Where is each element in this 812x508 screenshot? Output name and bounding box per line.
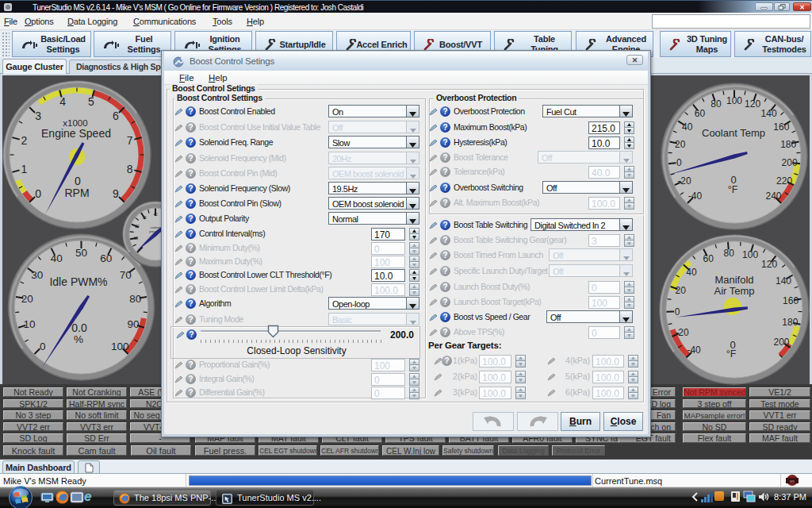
svg-text:0: 0 <box>675 306 680 318</box>
svg-text:9: 9 <box>113 187 119 200</box>
svg-text:-20: -20 <box>677 175 691 187</box>
svg-text:0: 0 <box>676 157 682 168</box>
svg-text:7: 7 <box>127 134 133 147</box>
svg-text:20: 20 <box>135 225 140 229</box>
svg-text:220: 220 <box>776 175 792 187</box>
svg-text:120: 120 <box>745 98 760 110</box>
svg-text:0: 0 <box>40 341 46 352</box>
svg-text:80: 80 <box>129 293 141 305</box>
svg-text:160: 160 <box>783 295 799 306</box>
svg-text:-40: -40 <box>688 190 703 202</box>
svg-text:200: 200 <box>782 157 798 168</box>
svg-text:3: 3 <box>35 110 41 122</box>
svg-text:-20: -20 <box>675 327 689 338</box>
svg-text:Manifold: Manifold <box>714 274 753 286</box>
svg-text:100: 100 <box>111 341 129 352</box>
svg-text:°F: °F <box>726 348 737 360</box>
svg-text:8: 8 <box>127 163 133 175</box>
svg-text:180: 180 <box>780 139 796 150</box>
svg-text:140: 140 <box>761 108 777 119</box>
svg-text:MS: MS <box>790 479 795 483</box>
svg-text:40: 40 <box>686 267 697 278</box>
svg-text:80: 80 <box>724 248 735 259</box>
svg-text:6: 6 <box>113 110 119 122</box>
svg-text:20: 20 <box>21 293 33 305</box>
svg-text:240: 240 <box>765 190 781 202</box>
svg-text:180: 180 <box>782 317 798 328</box>
svg-text:30: 30 <box>143 216 147 220</box>
svg-text:-40: -40 <box>687 344 701 356</box>
svg-text:20: 20 <box>675 139 686 150</box>
svg-text:30: 30 <box>31 269 43 281</box>
svg-text:RPM: RPM <box>64 187 89 199</box>
svg-text:5: 5 <box>88 95 94 108</box>
svg-text:60: 60 <box>703 253 714 264</box>
svg-text:200: 200 <box>773 337 789 348</box>
svg-text:°F: °F <box>728 184 738 195</box>
svg-text:90: 90 <box>128 318 140 330</box>
svg-text:40: 40 <box>682 121 693 133</box>
svg-text:40: 40 <box>153 213 158 217</box>
svg-text:10: 10 <box>134 237 139 241</box>
svg-text:120: 120 <box>761 259 777 270</box>
svg-text:2: 2 <box>21 134 28 147</box>
svg-text:20: 20 <box>676 285 687 296</box>
svg-text:50: 50 <box>75 247 87 259</box>
svg-text:40: 40 <box>51 252 63 264</box>
svg-text:140: 140 <box>776 275 791 287</box>
svg-text:160: 160 <box>773 121 789 133</box>
svg-text:%: % <box>74 333 83 345</box>
svg-text:4: 4 <box>59 95 66 108</box>
svg-text:0: 0 <box>75 175 81 187</box>
svg-text:80: 80 <box>710 98 722 110</box>
svg-text:60: 60 <box>695 108 706 119</box>
svg-text:Engine Speed: Engine Speed <box>41 127 111 140</box>
svg-text:0.0: 0.0 <box>71 321 87 334</box>
svg-text:60: 60 <box>100 252 112 264</box>
svg-text:100: 100 <box>742 249 758 260</box>
svg-text:Coolant Temp: Coolant Temp <box>702 127 765 139</box>
svg-text:Air Temp: Air Temp <box>714 285 754 297</box>
svg-text:100: 100 <box>726 95 742 106</box>
svg-text:Idle PWM%: Idle PWM% <box>49 275 107 288</box>
svg-text:10: 10 <box>23 318 35 330</box>
svg-text:1: 1 <box>21 163 28 175</box>
svg-text:0: 0 <box>35 187 41 200</box>
svg-text:70: 70 <box>120 269 132 281</box>
